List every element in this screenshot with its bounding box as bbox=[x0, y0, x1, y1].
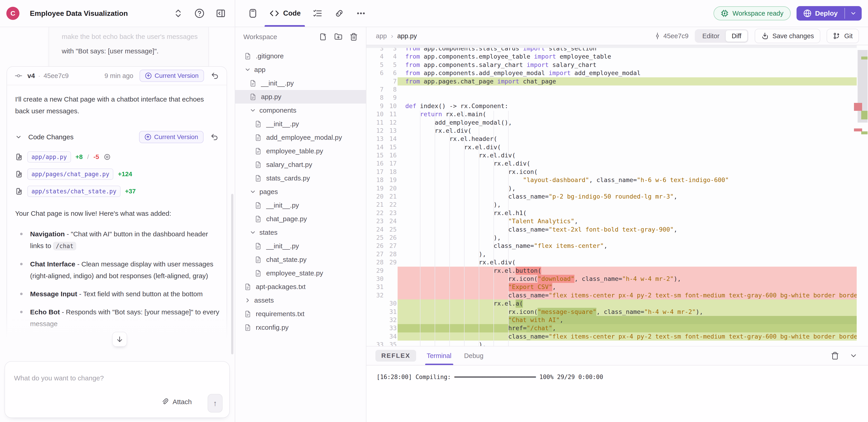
code-line[interactable]: 1314 rx.el.header( bbox=[366, 135, 868, 143]
trash-icon[interactable] bbox=[350, 33, 358, 41]
tree-item-components[interactable]: components bbox=[235, 103, 366, 117]
tab-terminal[interactable]: Terminal bbox=[427, 346, 452, 365]
tree-item-apt-packages-txt[interactable]: apt-packages.txt bbox=[235, 280, 366, 294]
breadcrumb-dir[interactable]: app bbox=[376, 32, 387, 40]
help-icon[interactable] bbox=[194, 8, 205, 18]
tree-item-assets[interactable]: assets bbox=[235, 294, 366, 307]
send-button[interactable]: ↑ bbox=[208, 394, 222, 413]
app-preview-icon[interactable] bbox=[248, 8, 258, 18]
code-line[interactable]: 44from app.components.employee_table imp… bbox=[366, 53, 868, 61]
tree-item-salary-chart-py[interactable]: salary_chart.py bbox=[235, 158, 366, 172]
line-number-new bbox=[384, 291, 398, 299]
tree-item--init-py[interactable]: __init__.py bbox=[235, 117, 366, 131]
tree-item--init-py[interactable]: __init__.py bbox=[235, 77, 366, 90]
tree-item-app[interactable]: app bbox=[235, 63, 366, 77]
more-options-icon[interactable] bbox=[356, 8, 366, 18]
code-line[interactable]: 66from app.components.add_employee_modal… bbox=[366, 69, 868, 77]
integrations-icon[interactable] bbox=[334, 8, 344, 18]
code-line[interactable]: 1819 "layout-dashboard", class_name="h-6… bbox=[366, 176, 868, 184]
tree-item--gitignore[interactable]: .gitignore bbox=[235, 49, 366, 63]
tree-item-rxconfig-py[interactable]: rxconfig.py bbox=[235, 321, 366, 334]
code-line[interactable]: 2728 ), bbox=[366, 250, 868, 258]
mode-diff-button[interactable]: Diff bbox=[726, 30, 747, 41]
scroll-to-bottom-button[interactable] bbox=[112, 332, 127, 347]
code-line[interactable]: 30 rx.icon("download", class_name="h-4 w… bbox=[366, 275, 868, 283]
code-line[interactable]: 55from app.components.salary_chart impor… bbox=[366, 61, 868, 69]
restore-version-icon[interactable] bbox=[210, 133, 218, 141]
code-line[interactable]: 1617 rx.el.div( bbox=[366, 159, 868, 168]
code-line[interactable]: 2324 "Talent Analytics", bbox=[366, 217, 868, 225]
collapse-terminal-icon[interactable] bbox=[849, 352, 858, 360]
code-line[interactable]: 78 bbox=[366, 86, 868, 94]
code-line[interactable]: 31 rx.icon("message-square", class_name=… bbox=[366, 308, 868, 316]
tree-item--init-py[interactable]: __init__.py bbox=[235, 199, 366, 212]
code-line[interactable]: 1718 rx.icon( bbox=[366, 168, 868, 176]
code-line[interactable]: 2425 class_name="text-2xl font-bold text… bbox=[366, 225, 868, 234]
code-line[interactable]: 2021 class_name="p-2 bg-indigo-50 rounde… bbox=[366, 192, 868, 201]
deploy-options-button[interactable] bbox=[845, 6, 862, 21]
code-line[interactable]: 1516 rx.el.div( bbox=[366, 151, 868, 159]
tab-debug[interactable]: Debug bbox=[464, 352, 483, 360]
code-line[interactable]: 89 bbox=[366, 94, 868, 102]
tree-item-employee-state-py[interactable]: employee_state.py bbox=[235, 266, 366, 280]
editor-scrollbar-track[interactable] bbox=[857, 45, 868, 346]
file-path-chip[interactable]: app/app.py bbox=[27, 151, 71, 162]
clear-terminal-icon[interactable] bbox=[831, 352, 839, 360]
collapse-panel-icon[interactable] bbox=[216, 8, 226, 18]
save-changes-button[interactable]: Save changes bbox=[755, 29, 820, 43]
tree-item-chat-page-py[interactable]: chat_page.py bbox=[235, 212, 366, 226]
mode-editor-button[interactable]: Editor bbox=[696, 30, 726, 41]
chat-input[interactable]: What do you want to change? Attach ↑ bbox=[4, 361, 230, 418]
code-line[interactable]: 7from app.pages.chat_page import chat_pa… bbox=[366, 77, 868, 86]
code-line[interactable]: 910def index() -> rx.Component: bbox=[366, 102, 868, 110]
code-diff-view[interactable]: 33from app.components.stats_cards import… bbox=[366, 45, 868, 346]
list-checks-icon[interactable] bbox=[313, 8, 322, 18]
eye-icon[interactable] bbox=[103, 153, 111, 160]
tree-item-pages[interactable]: pages bbox=[235, 185, 366, 199]
code-changes-header[interactable]: Code Changes Current Version bbox=[15, 131, 218, 143]
current-version-badge[interactable]: Current Version bbox=[140, 70, 204, 82]
code-line[interactable]: 1415 rx.el.div( bbox=[366, 143, 868, 151]
git-button[interactable]: Git bbox=[827, 29, 859, 43]
code-line[interactable]: 2627 class_name="flex items-center", bbox=[366, 242, 868, 250]
new-folder-icon[interactable] bbox=[334, 33, 342, 41]
code-line[interactable]: 1112 add_employee_modal(), bbox=[366, 119, 868, 127]
file-path-chip[interactable]: app/states/chat_state.py bbox=[27, 186, 121, 197]
code-line[interactable]: 2526 ), bbox=[366, 234, 868, 242]
code-line[interactable]: 1213 rx.el.div( bbox=[366, 127, 868, 135]
code-line[interactable]: 32 class_name="flex items-center px-4 py… bbox=[366, 291, 868, 299]
avatar[interactable]: C bbox=[6, 7, 20, 20]
code-line[interactable]: 3335 ), bbox=[366, 340, 868, 346]
code-line[interactable]: 1920 ), bbox=[366, 184, 868, 192]
tab-code[interactable]: Code bbox=[270, 0, 301, 27]
code-line[interactable]: 33 href="/chat", bbox=[366, 324, 868, 332]
tree-item-add-employee-modal-py[interactable]: add_employee_modal.py bbox=[235, 131, 366, 144]
code-line[interactable]: 29 rx.el.button( bbox=[366, 267, 868, 275]
restore-version-icon[interactable] bbox=[211, 72, 219, 80]
tree-item-requirements-txt[interactable]: requirements.txt bbox=[235, 307, 366, 321]
code-line[interactable]: 32 "Chat with AI", bbox=[366, 316, 868, 324]
breadcrumb-file[interactable]: app.py bbox=[397, 32, 417, 40]
terminal-output[interactable]: [16:28:00] Compiling: ━━━━━━━━━━━━━━━━━━… bbox=[366, 365, 868, 422]
chat-scrollbar[interactable] bbox=[231, 194, 234, 354]
tree-item-app-py[interactable]: app.py bbox=[235, 90, 366, 103]
code-line[interactable]: 2122 ), bbox=[366, 201, 868, 209]
deploy-button[interactable]: Deploy bbox=[797, 6, 862, 21]
current-version-badge[interactable]: Current Version bbox=[139, 131, 204, 143]
code-line[interactable]: 30 rx.el.a( bbox=[366, 299, 868, 307]
attach-button[interactable]: Attach bbox=[162, 398, 192, 406]
code-line[interactable]: 31 "Export CSV", bbox=[366, 283, 868, 291]
new-file-icon[interactable] bbox=[319, 33, 327, 41]
tree-item-states[interactable]: states bbox=[235, 226, 366, 239]
tree-item-employee-table-py[interactable]: employee_table.py bbox=[235, 144, 366, 158]
tree-item--init-py[interactable]: __init__.py bbox=[235, 239, 366, 253]
code-line[interactable]: 34 class_name="flex items-center px-4 py… bbox=[366, 332, 868, 340]
code-line[interactable]: 2829 rx.el.div( bbox=[366, 258, 868, 266]
code-line[interactable]: 2223 rx.el.h1( bbox=[366, 209, 868, 217]
tree-item-chat-state-py[interactable]: chat_state.py bbox=[235, 253, 366, 266]
code-line[interactable]: 1011 return rx.el.main( bbox=[366, 110, 868, 118]
removed-count: -5 bbox=[93, 153, 99, 160]
chevrons-up-down-icon[interactable] bbox=[173, 8, 183, 18]
file-path-chip[interactable]: app/pages/chat_page.py bbox=[27, 169, 113, 180]
tree-item-stats-cards-py[interactable]: stats_cards.py bbox=[235, 172, 366, 185]
